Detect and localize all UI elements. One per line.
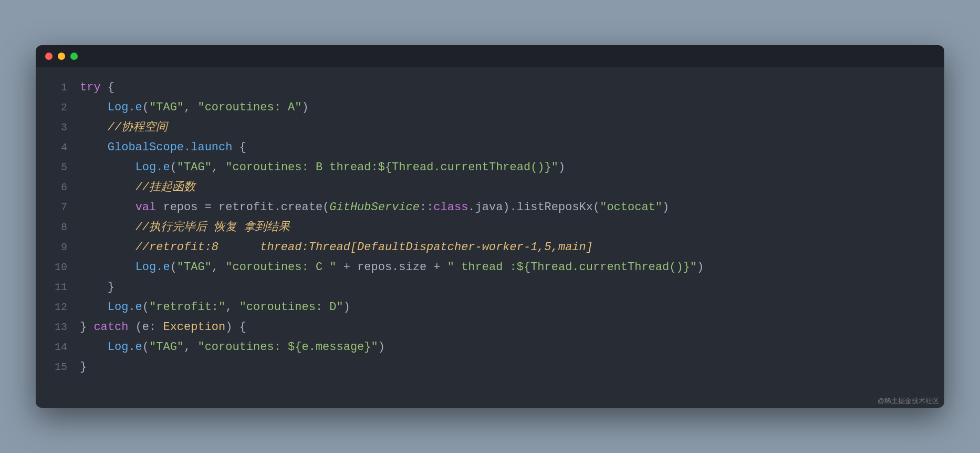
line-num-15: 15 (46, 357, 67, 377)
code-line-3: 3 //协程空间 (46, 118, 929, 138)
line-content-2: Log.e("TAG", "coroutines: A") (80, 98, 929, 118)
line-num-14: 14 (46, 337, 67, 357)
minimize-button[interactable] (58, 53, 65, 60)
line-num-7: 7 (46, 198, 67, 218)
code-line-2: 2 Log.e("TAG", "coroutines: A") (46, 98, 929, 118)
code-line-6: 6 //挂起函数 (46, 178, 929, 198)
maximize-button[interactable] (70, 53, 78, 60)
line-num-2: 2 (46, 98, 67, 118)
line-num-5: 5 (46, 158, 67, 178)
line-content-3: //协程空间 (80, 118, 929, 138)
code-line-14: 14 Log.e("TAG", "coroutines: ${e.message… (46, 337, 929, 357)
line-num-13: 13 (46, 317, 67, 337)
code-line-11: 11 } (46, 277, 929, 297)
code-line-5: 5 Log.e("TAG", "coroutines: B thread:${T… (46, 158, 929, 178)
line-content-14: Log.e("TAG", "coroutines: ${e.message}") (80, 337, 929, 357)
line-num-12: 12 (46, 297, 67, 317)
line-content-8: //执行完毕后 恢复 拿到结果 (80, 218, 929, 238)
line-content-13: } catch (e: Exception) { (80, 317, 929, 337)
watermark: @稀土掘金技术社区 (36, 393, 944, 408)
line-num-8: 8 (46, 218, 67, 238)
line-num-4: 4 (46, 138, 67, 158)
code-line-1: 1 try { (46, 78, 929, 98)
line-content-9: //retrofit:8 thread:Thread[DefaultDispat… (80, 238, 929, 258)
line-content-5: Log.e("TAG", "coroutines: B thread:${Thr… (80, 158, 929, 178)
titlebar (36, 45, 944, 67)
line-content-6: //挂起函数 (80, 178, 929, 198)
code-line-7: 7 val repos = retrofit.create(GitHubServ… (46, 198, 929, 218)
code-line-10: 10 Log.e("TAG", "coroutines: C " + repos… (46, 258, 929, 277)
line-num-10: 10 (46, 258, 67, 277)
line-content-12: Log.e("retrofit:", "coroutines: D") (80, 297, 929, 317)
line-num-1: 1 (46, 78, 67, 98)
code-line-13: 13 } catch (e: Exception) { (46, 317, 929, 337)
line-content-10: Log.e("TAG", "coroutines: C " + repos.si… (80, 258, 929, 277)
code-area: 1 try { 2 Log.e("TAG", "coroutines: A") … (36, 67, 944, 393)
line-num-11: 11 (46, 277, 67, 297)
code-line-15: 15 } (46, 357, 929, 377)
line-content-15: } (80, 357, 929, 377)
code-window: 1 try { 2 Log.e("TAG", "coroutines: A") … (36, 45, 944, 408)
line-num-3: 3 (46, 118, 67, 138)
line-content-7: val repos = retrofit.create(GitHubServic… (80, 198, 929, 218)
line-num-9: 9 (46, 238, 67, 258)
close-button[interactable] (45, 53, 53, 60)
line-num-6: 6 (46, 178, 67, 198)
line-content-4: GlobalScope.launch { (80, 138, 929, 158)
code-line-4: 4 GlobalScope.launch { (46, 138, 929, 158)
code-line-12: 12 Log.e("retrofit:", "coroutines: D") (46, 297, 929, 317)
code-line-9: 9 //retrofit:8 thread:Thread[DefaultDisp… (46, 238, 929, 258)
line-content-11: } (80, 277, 929, 297)
line-content-1: try { (80, 78, 929, 98)
code-line-8: 8 //执行完毕后 恢复 拿到结果 (46, 218, 929, 238)
